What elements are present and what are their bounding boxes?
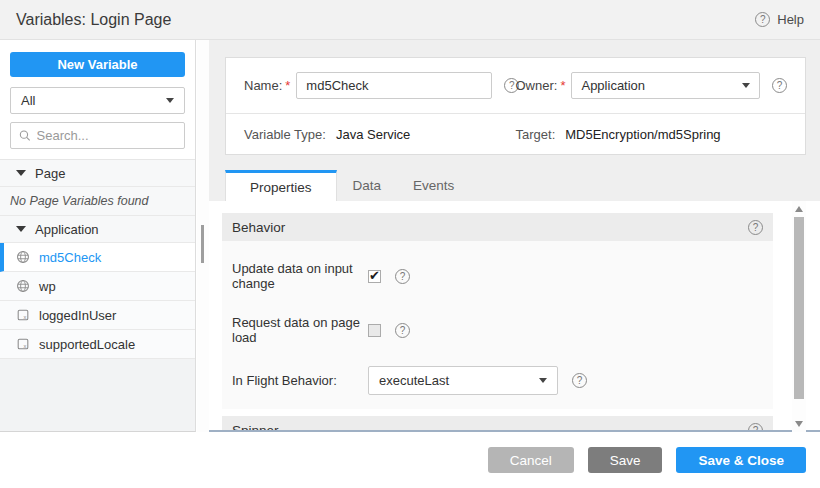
request-data-label: Request data on page load	[232, 315, 368, 345]
content-scrollbar[interactable]	[792, 201, 806, 432]
in-flight-label: In Flight Behavior:	[232, 373, 368, 388]
owner-selected-value: Application	[581, 78, 645, 93]
in-flight-selected-value: executeLast	[379, 373, 449, 388]
tab-properties[interactable]: Properties	[225, 170, 337, 201]
dialog-footer: Cancel Save Save & Close	[0, 432, 820, 488]
chevron-down-icon	[166, 98, 174, 103]
java-service-icon	[16, 250, 30, 264]
page-empty-message: No Page Variables found	[0, 187, 195, 216]
behavior-section-body: Update data on input change ? Request da…	[222, 241, 773, 409]
sidebar-scrollbar[interactable]	[197, 40, 209, 432]
new-variable-button[interactable]: New Variable	[10, 52, 185, 77]
behavior-section-header: Behavior ?	[222, 213, 773, 241]
owner-field-group: Owner: * Application ?	[516, 72, 788, 99]
tree-section-label: Page	[35, 166, 65, 181]
request-data-checkbox[interactable]	[368, 324, 381, 337]
tree-section-page[interactable]: Page	[0, 160, 195, 187]
caret-down-icon	[16, 170, 26, 176]
scroll-down-icon[interactable]	[795, 421, 803, 427]
target-value: MD5Encryption/md5Spring	[565, 127, 720, 142]
update-data-row: Update data on input change ?	[232, 261, 773, 291]
sidebar-item-label: loggedInUser	[39, 308, 116, 323]
scroll-up-icon[interactable]	[795, 206, 803, 212]
model-variable-icon: x	[16, 308, 30, 322]
name-field-group: Name: * ?	[244, 72, 516, 99]
variable-editor-main: Name: * ? Owner: * Application ?	[209, 40, 820, 432]
dialog-header: Variables: Login Page ? Help	[0, 0, 820, 40]
name-owner-row: Name: * ? Owner: * Application ?	[226, 58, 805, 113]
spinner-help-icon[interactable]: ?	[748, 423, 763, 433]
filter-selected-value: All	[21, 93, 35, 108]
update-data-label: Update data on input change	[232, 261, 368, 291]
chevron-down-icon	[742, 83, 750, 88]
tree-section-label: Application	[35, 222, 99, 237]
variable-type-label: Variable Type:	[244, 127, 326, 142]
update-data-help-icon[interactable]: ?	[395, 269, 410, 284]
caret-down-icon	[16, 226, 26, 232]
sidebar-item-label: wp	[39, 279, 56, 294]
svg-text:x: x	[23, 314, 26, 320]
behavior-section: Behavior ? Update data on input change ?…	[222, 213, 773, 409]
model-variable-icon: x	[16, 337, 30, 351]
sidebar-controls: New Variable All	[0, 40, 195, 159]
request-data-help-icon[interactable]: ?	[395, 323, 410, 338]
variable-type-group: Variable Type: Java Service	[244, 127, 516, 142]
behavior-section-title: Behavior	[232, 220, 285, 235]
properties-tab-content: Behavior ? Update data on input change ?…	[209, 201, 820, 432]
help-circle-icon: ?	[755, 12, 770, 27]
sidebar-empty-area	[0, 359, 195, 431]
required-asterisk: *	[560, 78, 565, 93]
update-data-checkbox[interactable]	[368, 270, 381, 283]
spinner-section-header: Spinner ?	[222, 416, 773, 432]
required-asterisk: *	[285, 78, 290, 93]
editor-tabs: Properties Data Events	[225, 170, 470, 201]
java-service-icon	[16, 279, 30, 293]
sidebar-item-label: supportedLocale	[39, 337, 135, 352]
in-flight-select[interactable]: executeLast	[368, 366, 558, 395]
variables-dialog: Variables: Login Page ? Help New Variabl…	[0, 0, 820, 488]
sidebar-item-wp[interactable]: wp	[0, 272, 195, 301]
save-and-close-button[interactable]: Save & Close	[676, 447, 806, 473]
sidebar-item-label: md5Check	[39, 250, 101, 265]
variable-search[interactable]	[10, 122, 185, 149]
owner-select[interactable]: Application	[571, 72, 760, 99]
variable-type-value: Java Service	[336, 127, 410, 142]
help-link[interactable]: ? Help	[755, 12, 804, 27]
help-label: Help	[777, 12, 804, 27]
search-input[interactable]	[37, 128, 176, 143]
tree-section-application[interactable]: Application	[0, 216, 195, 243]
chevron-down-icon	[539, 378, 547, 383]
variables-sidebar: New Variable All Page No Page Variables …	[0, 40, 196, 432]
svg-text:x: x	[23, 343, 26, 349]
magnifier-icon	[19, 129, 31, 142]
page-title: Variables: Login Page	[16, 11, 171, 29]
sidebar-item-supportedlocale[interactable]: x supportedLocale	[0, 330, 195, 359]
tab-events[interactable]: Events	[397, 170, 470, 201]
owner-label: Owner:	[516, 78, 558, 93]
variables-tree: Page No Page Variables found Application…	[0, 159, 195, 359]
name-label: Name:	[244, 78, 282, 93]
cancel-button[interactable]: Cancel	[488, 447, 574, 473]
type-target-row: Variable Type: Java Service Target: MD5E…	[226, 113, 805, 154]
variable-filter-select[interactable]: All	[10, 87, 185, 114]
spinner-section: Spinner ? Spinner Context: Search Widget…	[222, 416, 773, 432]
variable-info-panel: Name: * ? Owner: * Application ?	[225, 57, 806, 155]
target-group: Target: MD5Encryption/md5Spring	[516, 127, 788, 142]
target-label: Target:	[516, 127, 556, 142]
sidebar-item-md5check[interactable]: md5Check	[0, 243, 195, 272]
spinner-section-title: Spinner	[232, 423, 279, 433]
sidebar-scrollbar-thumb[interactable]	[201, 225, 204, 263]
owner-help-icon[interactable]: ?	[772, 78, 787, 93]
save-button[interactable]: Save	[588, 447, 663, 473]
sidebar-item-loggedinuser[interactable]: x loggedInUser	[0, 301, 195, 330]
in-flight-help-icon[interactable]: ?	[572, 373, 587, 388]
tab-data[interactable]: Data	[337, 170, 398, 201]
name-input[interactable]	[296, 72, 492, 99]
in-flight-row: In Flight Behavior: executeLast ?	[232, 366, 773, 395]
request-data-row: Request data on page load ?	[232, 315, 773, 345]
content-scrollbar-thumb[interactable]	[794, 217, 804, 399]
behavior-help-icon[interactable]: ?	[748, 220, 763, 235]
